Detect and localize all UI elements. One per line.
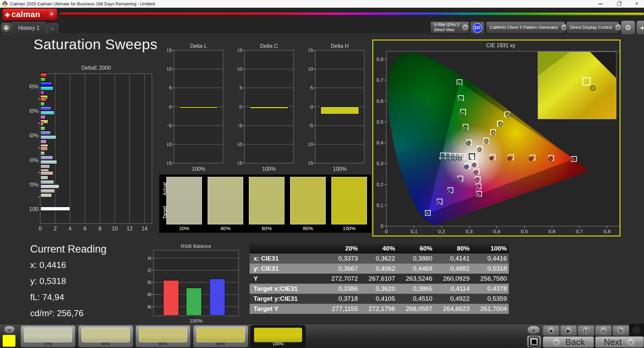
svg-text:DeltaE 2000: DeltaE 2000 [81,65,111,71]
app-icon [2,1,8,7]
svg-text:100%: 100% [190,318,202,324]
row-label: Y [250,275,323,282]
table-row: Target y:CIE310,37180,41050,45100,49220,… [250,294,509,304]
svg-text:15: 15 [167,47,172,53]
restore-button[interactable] [611,0,627,7]
deltaC-svg: Delta C151050-5-10-15100% [238,43,298,175]
cie-1931-chart-panel[interactable]: CIE 1931 xy000,10,10,20,20,30,30,40,40,5… [372,40,621,236]
svg-text:0,8: 0,8 [376,56,383,62]
stop-icon: ■ [547,327,555,335]
svg-text:0: 0 [39,226,42,231]
current-reading-panel: Current Readingx: 0,4416y: 0,5318fL: 74,… [30,243,151,324]
svg-text:-15: -15 [167,160,172,166]
table-cell: 0,4114 [434,285,472,292]
measured-dot-green [467,141,470,145]
close-button[interactable]: × [629,0,644,7]
svg-text:-5: -5 [309,123,313,128]
chevron-double-left-icon: « [552,338,561,346]
continuous-measure-button[interactable]: ∞ [595,325,612,336]
reading-line-1: y: 0,5318 [30,276,151,286]
minimize-button[interactable] [593,0,608,7]
meter-read-count-tile[interactable]: 237 [470,21,485,34]
back-label: Back [566,337,585,347]
measured-dot-red [548,157,552,161]
svg-text:5: 5 [169,85,172,90]
svg-text:100%: 100% [333,166,347,172]
table-cell: 0,3620 [360,285,397,292]
table-cell: 0,3718 [323,295,360,302]
measured-dot-red [490,156,493,160]
measured-dot-red [508,157,512,160]
target-color [249,201,284,224]
measure-series-button[interactable]: [··] [578,325,594,336]
table-cell: 0,4062 [360,265,397,272]
meter-dropdown[interactable]: X-Rite i1Pro 2 Direct View ▼ [430,21,469,33]
calman-app-window: Calman 2025 Calman Ultimate for Business… [0,0,644,348]
swatch-label: 20% [166,225,202,231]
svg-text:10: 10 [112,226,118,231]
table-cell: 0,4416 [472,255,509,262]
settings-button[interactable]: ⚙ [621,20,635,35]
inset-measured-dot [590,86,595,90]
expand-controls-button[interactable]: ▲ [527,326,540,334]
reading-line-2: fL: 74,94 [30,292,151,302]
patch-label: 80% [194,341,248,346]
chevron-down-icon: ▼ [462,24,469,31]
stop-button[interactable]: ■ [543,325,559,336]
patch-button-40%[interactable]: 40% [78,325,133,347]
svg-text:-10: -10 [309,141,313,147]
stop-icon [529,337,539,347]
collapse-toolbar-button[interactable]: ◀ [636,20,644,35]
pattern-generator-dropdown[interactable]: CalMAN Client 3 Pattern Generator ▼ [486,21,565,33]
rgb-svg: RGB Balance1041021009896100% [148,243,252,326]
svg-text:0: 0 [385,228,388,234]
refresh-button[interactable]: ↻ [612,325,629,336]
patch-color [82,328,130,342]
comparison-swatch-100% [331,177,367,224]
svg-text:10: 10 [309,66,313,72]
table-row: x: CIE310,33730,36220,38800,41410,4416 [250,254,509,264]
measured-dot-yellow [499,123,502,126]
back-button[interactable]: « Back [543,336,594,348]
row-label: x: CIE31 [250,255,323,262]
patch-button-20%[interactable]: 20% [20,325,75,347]
actual-color [332,177,367,201]
measure-once-button[interactable]: ▶ [560,325,577,336]
next-button[interactable]: Next » [595,336,644,348]
measured-dot-green [459,97,462,101]
table-row: Target x:CIE310,33860,36200,38650,41140,… [250,284,509,294]
next-label: Next [604,337,622,347]
table-cell: 0,4882 [434,265,472,272]
tab-add[interactable]: + [47,23,58,34]
measured-dot-green [461,112,465,115]
measured-dot-yellow [506,113,510,117]
calman-logo-icon: ◈ [5,10,10,18]
measured-dot-cyan [439,156,442,160]
swatch-label: 100% [331,225,367,231]
target-color [208,201,243,224]
patch-button-100%[interactable]: 100% [251,325,306,347]
svg-text:0,2: 0,2 [376,182,383,187]
tab-history-1[interactable]: History 1 [11,22,46,34]
expand-patch-list-button[interactable]: ▲ [4,326,15,334]
svg-text:0,2: 0,2 [438,228,445,234]
swatch-label: 40% [208,225,243,231]
calman-menu-button[interactable]: ◈ calman ▼ [2,8,57,20]
patch-button-80%[interactable]: 80% [193,325,248,347]
svg-text:-5: -5 [238,123,242,128]
rgb-bar-blue [210,279,225,316]
gear-icon: ⚙ [625,23,632,32]
measured-dot-cyan [458,157,462,160]
stop-measure-button[interactable] [527,335,541,348]
svg-text:RGB Balance: RGB Balance [181,243,211,249]
row-label: Target Y [250,305,323,312]
patch-color [139,328,187,342]
measured-dot-blue [425,212,429,215]
display-control-dropdown[interactable]: Direct Display Control ▼ [566,21,619,33]
table-cell: 0,3880 [397,255,434,262]
rgb-balance-chart: RGB Balance1041021009896100% [148,243,252,326]
series-icon: [··] [582,327,590,335]
measurement-table: 20%40%60%80%100%x: CIE310,33730,36220,38… [250,243,509,314]
patch-button-60%[interactable]: 60% [136,325,191,347]
workflow-play-button[interactable]: ▶ [1,23,12,34]
